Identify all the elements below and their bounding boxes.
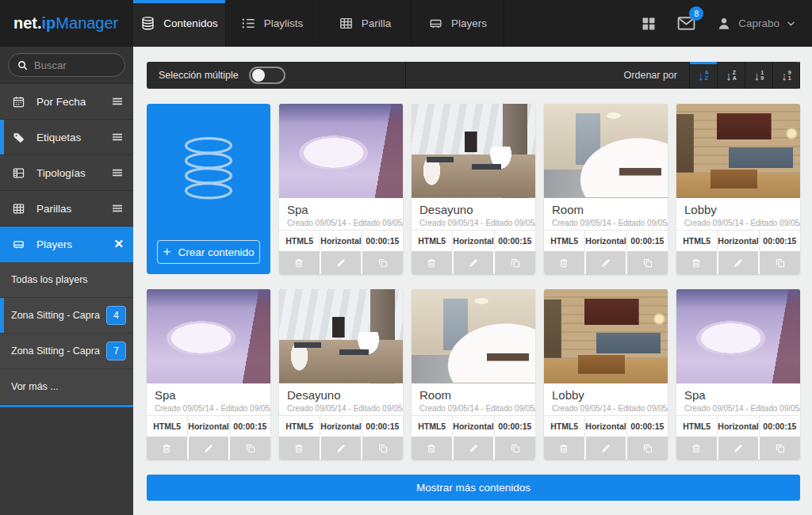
- sidebar-item-players[interactable]: Players ✕: [0, 227, 133, 262]
- content-duration: 00:00:15: [362, 416, 403, 437]
- content-card: Lobby Creado 09/05/14 - Editado 09/05/14…: [676, 104, 800, 274]
- content-orientation: Horizontal: [452, 416, 493, 437]
- content-thumbnail[interactable]: [544, 289, 668, 383]
- content-duration: 00:00:15: [229, 416, 270, 437]
- content-format: HTML5: [412, 416, 452, 437]
- duplicate-button[interactable]: [495, 437, 535, 460]
- player-filter-all[interactable]: Todas los players: [0, 262, 133, 298]
- content-thumbnail[interactable]: [544, 104, 668, 198]
- pencil-icon: [733, 258, 744, 269]
- tab-contenidos[interactable]: Contenidos: [133, 0, 226, 47]
- user-menu[interactable]: Caprabo: [716, 16, 796, 32]
- create-content-button[interactable]: + Crear contenido: [157, 240, 260, 264]
- sort-az-button[interactable]: ↓AZ: [689, 62, 717, 89]
- sidebar-item-label: Etiquetas: [36, 132, 101, 143]
- edit-button[interactable]: [586, 437, 626, 460]
- card-actions: [676, 251, 800, 274]
- chevron-down-icon: [786, 18, 796, 29]
- delete-button[interactable]: [412, 251, 452, 274]
- content-orientation: Horizontal: [584, 231, 626, 252]
- delete-button[interactable]: [279, 251, 320, 274]
- close-icon[interactable]: ✕: [113, 237, 124, 251]
- duplicate-button[interactable]: [760, 437, 800, 460]
- content-thumbnail[interactable]: [412, 104, 535, 198]
- tab-parilla[interactable]: Parilla: [319, 0, 412, 47]
- card-info: Lobby Creado 09/05/14 - Editado 09/05/14: [544, 383, 668, 415]
- sidebar-item-por-fecha[interactable]: Por Fecha: [0, 84, 133, 120]
- delete-button[interactable]: [279, 437, 320, 460]
- card-meta: HTML5 Horizontal 00:00:15: [676, 415, 800, 437]
- tag-icon: [11, 131, 26, 144]
- tab-players[interactable]: Players: [412, 0, 504, 47]
- search-input[interactable]: [34, 59, 117, 71]
- content-card: Room Creado 09/05/14 - Editado 09/05/14 …: [412, 289, 535, 460]
- delete-button[interactable]: [676, 437, 717, 460]
- content-title: Spa: [684, 388, 792, 402]
- duplicate-button[interactable]: [230, 437, 270, 460]
- apps-grid-icon[interactable]: [641, 16, 657, 32]
- edit-button[interactable]: [718, 251, 759, 274]
- edit-button[interactable]: [454, 437, 494, 460]
- trash-icon: [426, 443, 437, 454]
- duplicate-button[interactable]: [362, 437, 403, 460]
- duplicate-button[interactable]: [760, 251, 800, 274]
- content-duration: 00:00:15: [494, 231, 535, 252]
- hamburger-icon[interactable]: [111, 95, 124, 108]
- create-content-card[interactable]: + Crear contenido: [147, 104, 270, 274]
- player-filter-zona-1[interactable]: Zona Sitting - Caprab... 4: [0, 298, 133, 334]
- hamburger-icon[interactable]: [111, 131, 124, 143]
- sidebar-item-etiquetas[interactable]: Etiquetas: [0, 120, 133, 155]
- delete-button[interactable]: [676, 251, 717, 274]
- content-format: HTML5: [676, 231, 717, 252]
- copy-icon: [510, 258, 521, 269]
- multi-select-toggle[interactable]: [249, 67, 285, 84]
- sidebar-item-tipologias[interactable]: Tipologías: [0, 155, 133, 191]
- sort-19-button[interactable]: ↓19: [745, 62, 772, 89]
- edit-button[interactable]: [321, 437, 362, 460]
- player-filter-zona-2[interactable]: Zona Sitting - Caprab... 7: [0, 334, 133, 369]
- content-thumbnail[interactable]: [279, 104, 403, 198]
- edit-button[interactable]: [454, 251, 494, 274]
- player-icon: [11, 238, 26, 251]
- edit-button[interactable]: [189, 437, 229, 460]
- duplicate-button[interactable]: [627, 437, 668, 460]
- player-filter-more[interactable]: Vor más ...: [0, 369, 133, 405]
- mail-icon[interactable]: 8: [676, 13, 696, 33]
- card-actions: [412, 437, 535, 460]
- content-thumbnail[interactable]: [412, 289, 535, 383]
- content-thumbnail[interactable]: [676, 104, 800, 198]
- sidebar-item-parillas[interactable]: Parillas: [0, 191, 133, 227]
- copy-icon: [775, 258, 786, 269]
- content-thumbnail[interactable]: [147, 289, 270, 383]
- duplicate-button[interactable]: [362, 251, 403, 274]
- content-duration: 00:00:15: [362, 231, 403, 252]
- load-more-button[interactable]: Mostrar más contenidos: [147, 475, 800, 501]
- content-thumbnail[interactable]: [676, 289, 800, 383]
- edit-button[interactable]: [586, 251, 626, 274]
- hamburger-icon[interactable]: [111, 166, 124, 179]
- content-orientation: Horizontal: [452, 231, 493, 252]
- hamburger-icon[interactable]: [111, 202, 124, 215]
- pencil-icon: [203, 443, 214, 454]
- content-duration: 00:00:15: [494, 416, 535, 437]
- edit-button[interactable]: [718, 437, 759, 460]
- card-meta: HTML5 Horizontal 00:00:15: [279, 230, 403, 252]
- delete-button[interactable]: [544, 251, 584, 274]
- delete-button[interactable]: [412, 437, 452, 460]
- card-actions: [147, 437, 270, 460]
- delete-button[interactable]: [147, 437, 187, 460]
- search-icon: [17, 59, 29, 71]
- card-meta: HTML5 Horizontal 00:00:15: [279, 415, 403, 437]
- duplicate-button[interactable]: [495, 251, 535, 274]
- content-thumbnail[interactable]: [279, 289, 403, 383]
- trash-icon: [293, 443, 304, 454]
- tab-playlists[interactable]: Playlists: [226, 0, 319, 47]
- delete-button[interactable]: [544, 437, 584, 460]
- duplicate-button[interactable]: [627, 251, 668, 274]
- edit-button[interactable]: [321, 251, 362, 274]
- copy-icon: [775, 443, 786, 454]
- sort-za-button[interactable]: ↓ZA: [717, 62, 745, 89]
- content-orientation: Horizontal: [320, 231, 361, 252]
- content-title: Desayuno: [287, 388, 395, 402]
- sort-91-button[interactable]: ↓91: [772, 62, 800, 89]
